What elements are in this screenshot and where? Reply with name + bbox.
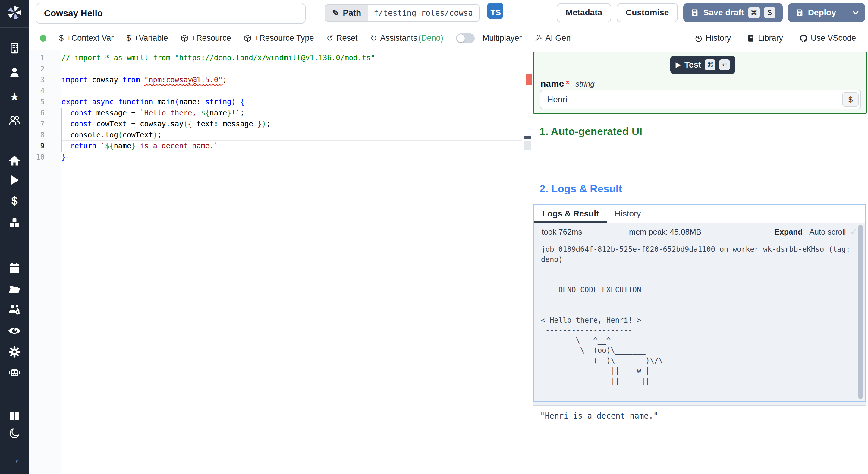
deploy-dropdown-button[interactable] — [846, 3, 865, 22]
assistants-label: Assistants — [380, 33, 417, 43]
line-number[interactable]: 10 — [29, 152, 61, 163]
home-icon[interactable] — [0, 153, 29, 169]
error-marker — [526, 74, 532, 85]
settings-gear-icon[interactable] — [0, 344, 29, 360]
add-context-var-button[interactable]: $ +Context Var — [59, 33, 114, 43]
script-title-input[interactable] — [36, 3, 306, 24]
tab-logs-result[interactable]: Logs & Result — [534, 205, 607, 223]
add-resource-type-button[interactable]: +Resource Type — [244, 33, 314, 43]
code-editor[interactable]: 12345678910 // import * as wmill from "h… — [29, 50, 532, 474]
ai-gen-button[interactable]: AI Gen — [534, 33, 570, 43]
use-vscode-label: Use VScode — [811, 33, 856, 43]
schedules-calendar-icon[interactable] — [0, 261, 29, 276]
deploy-button[interactable]: Deploy — [788, 3, 865, 22]
code-line[interactable]: import cowsay from "npm:cowsay@1.5.0"; — [61, 75, 522, 86]
autoscroll-toggle[interactable]: Auto scroll — [809, 227, 846, 237]
users-icon[interactable] — [0, 113, 29, 128]
section-auto-generated-ui: 1. Auto-generated UI — [539, 125, 642, 138]
variable-picker-button[interactable]: $ — [842, 92, 859, 107]
argument-name: name — [540, 79, 564, 89]
metadata-button[interactable]: Metadata — [557, 3, 611, 22]
path-control[interactable]: ✎ Path f/testing_roles/cowsa — [325, 4, 479, 22]
play-icon: ▶ — [676, 61, 681, 69]
editor-overview-ruler — [523, 50, 523, 474]
workers-robot-icon[interactable] — [0, 365, 29, 381]
overview-slider[interactable] — [524, 141, 531, 150]
dollar-icon: $ — [126, 33, 131, 43]
run-panel: ▶ Test ⌘ ↵ name * string $ 1. Auto-gener… — [532, 50, 868, 474]
tab-history[interactable]: History — [607, 205, 649, 223]
line-number[interactable]: 6 — [29, 108, 61, 119]
code-line[interactable]: export async function main(name: string)… — [61, 96, 522, 108]
save-draft-button[interactable]: Save draft ⌘ S — [683, 3, 782, 22]
history-button[interactable]: History — [695, 33, 731, 43]
logs-meta-row: took 762ms mem peak: 45.08MB Expand Auto… — [534, 225, 865, 239]
line-number[interactable]: 5 — [29, 96, 61, 108]
folders-icon[interactable] — [0, 281, 29, 297]
runs-play-icon[interactable] — [0, 172, 29, 188]
code-line[interactable] — [61, 64, 522, 75]
code-line[interactable]: return `${name} is a decent name.` — [61, 141, 522, 152]
code-line[interactable]: const message = `Hello there, ${name}!`; — [61, 108, 522, 119]
code-line[interactable]: console.log(cowText); — [61, 130, 522, 141]
pencil-icon: ✎ — [332, 8, 339, 18]
expand-button[interactable]: Expand — [774, 227, 803, 237]
add-variable-button[interactable]: $ +Variable — [126, 33, 168, 43]
code-line[interactable]: // import * as wmill from "https://deno.… — [61, 53, 522, 64]
dark-mode-moon-icon[interactable] — [0, 425, 29, 441]
variables-dollar-icon[interactable]: $ — [0, 193, 29, 209]
add-variable-label: +Variable — [134, 33, 168, 43]
test-button[interactable]: ▶ Test ⌘ ↵ — [670, 56, 735, 74]
result-value: "Henri is a decent name." — [540, 411, 859, 420]
sidebar-divider — [0, 443, 29, 443]
customise-button[interactable]: Customise — [617, 3, 678, 22]
line-number[interactable]: 1 — [29, 53, 61, 64]
library-button[interactable]: Library — [747, 33, 783, 43]
path-button[interactable]: ✎ Path — [326, 4, 368, 22]
save-icon — [795, 8, 804, 17]
argument-input[interactable] — [540, 90, 861, 109]
multiplayer-toggle[interactable] — [456, 33, 475, 43]
panel-splitter[interactable] — [533, 402, 866, 406]
line-number[interactable]: 7 — [29, 119, 61, 130]
user-icon[interactable] — [0, 64, 29, 80]
code-line[interactable]: } — [61, 152, 522, 163]
topbar-actions: Metadata Customise Save draft ⌘ S Deploy — [557, 3, 865, 22]
line-number[interactable]: 4 — [29, 86, 61, 97]
save-draft-label: Save draft — [703, 8, 744, 18]
use-vscode-button[interactable]: Use VScode — [799, 33, 856, 43]
line-number[interactable]: 8 — [29, 130, 61, 141]
line-number[interactable]: 2 — [29, 64, 61, 75]
line-number[interactable]: 3 — [29, 75, 61, 86]
reset-label: Reset — [336, 33, 358, 43]
logs-scrollbar[interactable] — [858, 225, 863, 399]
collapse-arrow-icon[interactable]: → — [0, 451, 29, 467]
argument-type: string — [575, 79, 595, 89]
assistants-lang-label: (Deno) — [418, 33, 443, 43]
groups-gear-icon[interactable] — [0, 301, 29, 317]
path-value[interactable]: f/testing_roles/cowsa — [368, 4, 479, 22]
reset-button[interactable]: ↺ Reset — [327, 33, 358, 43]
enter-key-badge: ↵ — [719, 59, 730, 70]
code-line[interactable] — [61, 86, 522, 97]
code-lines[interactable]: // import * as wmill from "https://deno.… — [61, 50, 522, 162]
resources-cubes-icon[interactable] — [0, 215, 29, 231]
windmill-logo[interactable] — [0, 5, 29, 21]
line-number[interactable]: 9 — [29, 141, 61, 152]
favorites-star-icon[interactable]: ★ — [0, 89, 29, 105]
workspace-icon[interactable] — [0, 40, 29, 56]
status-dot-icon — [40, 35, 46, 41]
assistants-button[interactable]: ↻ Assistants (Deno) — [370, 33, 443, 43]
sidebar-divider — [0, 134, 29, 135]
add-context-var-label: +Context Var — [67, 33, 114, 43]
docs-book-icon[interactable] — [0, 409, 29, 424]
add-resource-button[interactable]: +Resource — [181, 33, 231, 43]
path-button-label: Path — [343, 8, 361, 18]
code-line[interactable]: const cowText = cowsay.say({ text: messa… — [61, 119, 522, 130]
script-args-panel: ▶ Test ⌘ ↵ name * string $ — [533, 52, 867, 114]
audit-logs-eye-icon[interactable] — [0, 323, 29, 338]
logs-tabs: Logs & Result History — [534, 205, 865, 223]
cmd-key-badge: ⌘ — [705, 59, 715, 70]
add-resource-label: +Resource — [191, 33, 231, 43]
deploy-label: Deploy — [808, 8, 836, 18]
